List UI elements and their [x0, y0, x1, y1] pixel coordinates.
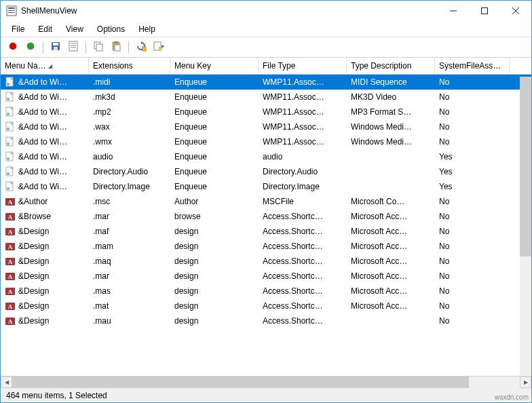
find-button[interactable] [151, 39, 167, 56]
table-cell: &Add to Wi… [1, 120, 89, 134]
table-cell: WMP11.Assoc… [259, 106, 347, 118]
save-button[interactable] [48, 39, 64, 56]
titlebar[interactable]: ShellMenuView [1, 1, 531, 21]
cell-text: &Design [18, 301, 49, 311]
table-row[interactable]: A&Design.mamdesignAccess.Shortc…Microsof… [1, 239, 531, 254]
scrollbar-thumb[interactable] [520, 77, 531, 256]
column-header[interactable]: Type Description [347, 58, 435, 74]
table-row[interactable]: A&Design.maudesignAccess.Shortc…No [1, 313, 531, 328]
table-row[interactable]: A&Design.matdesignAccess.Shortc…Microsof… [1, 299, 531, 313]
table-row[interactable]: &Add to Wi….mk3dEnqueueWMP11.Assoc…MK3D … [1, 90, 531, 104]
svg-rect-21 [115, 45, 120, 51]
menu-help[interactable]: Help [132, 22, 162, 36]
toolbar-separator [86, 41, 86, 54]
menu-file[interactable]: File [5, 22, 31, 36]
column-header[interactable]: Menu Key [170, 58, 259, 74]
vertical-scrollbar[interactable] [520, 77, 531, 376]
table-cell: Enqueue [170, 76, 259, 88]
maximize-button[interactable] [469, 1, 500, 21]
cell-text: &Design [18, 256, 49, 266]
row-icon: A [5, 286, 16, 296]
svg-point-32 [7, 98, 10, 100]
table-cell: .mas [89, 285, 170, 297]
table-cell: A&Browse [1, 210, 89, 223]
table-cell: &Add to Wi… [1, 90, 89, 104]
table-cell: audio [89, 151, 170, 163]
row-icon [5, 181, 16, 192]
table-cell: No [435, 195, 510, 208]
table-row[interactable]: A&Author.mscAuthorMSCFileMicrosoft Co…No [1, 194, 531, 209]
cell-text: &Design [18, 227, 49, 236]
copy-button[interactable] [90, 39, 107, 56]
row-icon: A [5, 226, 16, 237]
green-dot-button[interactable] [22, 39, 39, 56]
watermark: wsxdn.com [495, 394, 529, 401]
svg-point-9 [27, 43, 34, 50]
menu-edit[interactable]: Edit [31, 22, 59, 36]
table-cell: design [170, 225, 259, 237]
table-cell: WMP11.Assoc… [259, 91, 347, 103]
table-row[interactable]: &Add to Wi….wmxEnqueueWMP11.Assoc…Window… [1, 134, 531, 149]
svg-rect-3 [8, 12, 15, 13]
table-cell: MP3 Format S… [347, 106, 435, 118]
table-cell: A&Design [1, 314, 89, 328]
svg-text:A: A [8, 318, 13, 325]
close-button[interactable] [500, 1, 531, 21]
table-cell: .mp2 [89, 106, 170, 118]
column-header[interactable]: Menu Na…◢ [1, 58, 89, 74]
table-row[interactable]: A&Design.mafdesignAccess.Shortc…Microsof… [1, 224, 531, 239]
scroll-right-arrow[interactable]: ▶ [520, 377, 531, 388]
table-row[interactable]: &Add to Wi…Directory.AudioEnqueueDirecto… [1, 164, 531, 179]
properties-button[interactable] [65, 39, 81, 56]
scrollbar-thumb[interactable] [12, 377, 469, 388]
table-cell: A&Design [1, 299, 89, 313]
app-window: ShellMenuView FileEditViewOptionsHelp Me… [0, 0, 532, 403]
table-cell [347, 320, 435, 322]
svg-text:A: A [8, 229, 13, 235]
table-row[interactable]: A&Browse.marbrowseAccess.Shortc…Microsof… [1, 209, 531, 224]
column-header[interactable]: SystemFileAss… [435, 58, 510, 74]
table-cell: Yes [435, 180, 510, 193]
table-cell: .midi [89, 76, 170, 88]
table-header: Menu Na…◢ExtensionsMenu KeyFile TypeType… [1, 58, 531, 75]
toolbar [1, 37, 531, 58]
table-cell: Microsoft Acc… [347, 225, 435, 237]
table-row[interactable]: &Add to Wi…Directory.ImageEnqueueDirecto… [1, 179, 531, 194]
red-dot-button[interactable] [5, 39, 21, 56]
table-cell: .mau [89, 315, 170, 327]
scroll-left-arrow[interactable]: ◀ [1, 377, 12, 388]
scrollbar-track[interactable] [12, 377, 520, 388]
table-row[interactable]: &Add to Wi….midiEnqueueWMP11.Assoc…MIDI … [1, 75, 531, 90]
svg-rect-20 [114, 41, 118, 43]
table-row[interactable]: &Add to Wi….mp2EnqueueWMP11.Assoc…MP3 Fo… [1, 104, 531, 119]
svg-rect-26 [159, 47, 162, 50]
menu-view[interactable]: View [59, 22, 90, 36]
column-header[interactable]: File Type [259, 58, 347, 74]
menu-options[interactable]: Options [90, 22, 132, 36]
refresh-button[interactable] [133, 39, 149, 56]
table-row[interactable]: &Add to Wi….waxEnqueueWMP11.Assoc…Window… [1, 119, 531, 134]
svg-text:A: A [8, 199, 13, 206]
table-row[interactable]: A&Design.masdesignAccess.Shortc…Microsof… [1, 284, 531, 299]
app-icon [6, 5, 17, 16]
table-cell: design [170, 300, 259, 312]
table-view[interactable]: Menu Na…◢ExtensionsMenu KeyFile TypeType… [1, 58, 531, 376]
horizontal-scrollbar[interactable]: ◀ ▶ [1, 376, 531, 387]
table-cell [347, 170, 435, 173]
table-cell: audio [259, 151, 347, 163]
table-row[interactable]: &Add to Wi…audioEnqueueaudioYes [1, 149, 531, 164]
table-row[interactable]: A&Design.maqdesignAccess.Shortc…Microsof… [1, 254, 531, 269]
refresh-icon [136, 41, 147, 54]
table-cell: MK3D Video [347, 91, 435, 103]
table-cell: Microsoft Acc… [347, 270, 435, 282]
table-row[interactable]: A&Design.mardesignAccess.Shortc…Microsof… [1, 269, 531, 284]
minimize-button[interactable] [438, 1, 469, 21]
table-cell: .mat [89, 300, 170, 312]
table-cell: Enqueue [170, 121, 259, 133]
paste-button[interactable] [108, 39, 124, 56]
cell-text: &Add to Wi… [18, 167, 67, 176]
table-cell: No [435, 270, 510, 282]
copy-icon [93, 41, 104, 54]
table-cell: Microsoft Acc… [347, 240, 435, 252]
column-header[interactable]: Extensions [89, 58, 170, 74]
